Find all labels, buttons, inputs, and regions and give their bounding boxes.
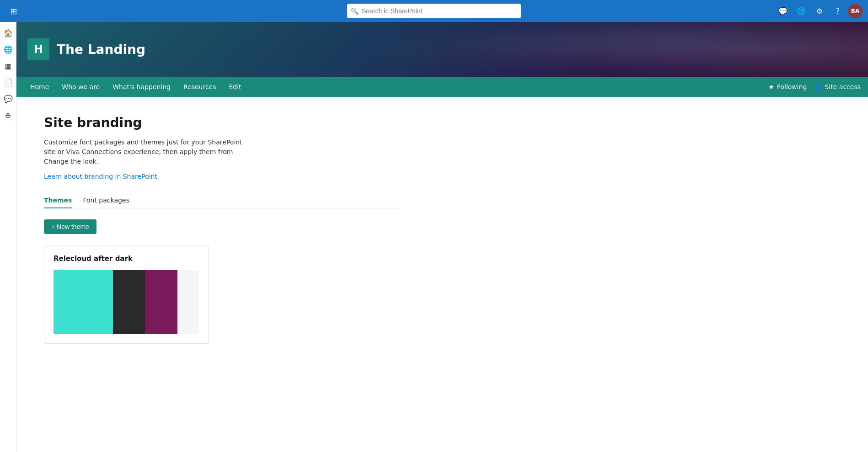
search-input[interactable] <box>347 4 521 18</box>
main-area: H The Landing Home Who we are What's hap… <box>16 22 868 362</box>
home-icon[interactable]: 🏠 <box>1 26 16 40</box>
nav-item-whats-happening[interactable]: What's happening <box>106 77 177 97</box>
swatch-purple <box>145 270 177 334</box>
nav-item-edit[interactable]: Edit <box>222 77 247 97</box>
nav-bar: Home Who we are What's happening Resourc… <box>16 77 868 97</box>
person-icon: 👤 <box>814 83 822 90</box>
top-bar-right: 💬 🌐 ⚙ ? BA <box>775 3 863 19</box>
nav-left: Home Who we are What's happening Resourc… <box>24 77 248 97</box>
chat-bubble-icon[interactable]: 💬 <box>1 91 16 106</box>
search-box: 🔍 <box>347 4 521 18</box>
add-circle-icon[interactable]: ⊕ <box>1 108 16 122</box>
nav-item-resources[interactable]: Resources <box>177 77 223 97</box>
site-access-label: Site access <box>825 83 861 90</box>
left-sidebar: 🏠 🌐 ▦ 📄 💬 ⊕ <box>0 22 16 362</box>
nav-right: ★ Following 👤 Site access <box>768 83 861 90</box>
nav-item-home[interactable]: Home <box>24 77 55 97</box>
tab-font-packages[interactable]: Font packages <box>83 193 129 208</box>
tabs: Themes Font packages <box>44 193 401 208</box>
page-description: Customize font packages and themes just … <box>44 138 245 166</box>
site-title: The Landing <box>57 42 145 57</box>
star-icon: ★ <box>768 83 774 90</box>
following-label: Following <box>777 83 807 90</box>
nav-item-who-we-are[interactable]: Who we are <box>55 77 106 97</box>
following-button[interactable]: ★ Following <box>768 83 807 90</box>
globe-icon[interactable]: 🌐 <box>1 42 16 57</box>
swatch-cyan <box>54 270 113 334</box>
top-bar-left: ⊞ <box>5 3 22 19</box>
tab-themes[interactable]: Themes <box>44 193 72 208</box>
page-title: Site branding <box>44 115 401 130</box>
waffle-icon[interactable]: ⊞ <box>5 3 22 19</box>
top-bar: ⊞ 🔍 💬 🌐 ⚙ ? BA <box>0 0 868 22</box>
document-icon[interactable]: 📄 <box>1 75 16 90</box>
theme-card-title: Relecloud after dark <box>54 255 199 263</box>
new-theme-button[interactable]: + New theme <box>44 219 96 234</box>
learn-link[interactable]: Learn about branding in SharePoint <box>44 173 157 180</box>
site-access-button[interactable]: 👤 Site access <box>814 83 861 90</box>
network-icon[interactable]: 🌐 <box>793 3 809 19</box>
theme-swatches <box>54 270 199 334</box>
search-icon: 🔍 <box>351 7 359 15</box>
swatch-dark <box>113 270 145 334</box>
theme-card: Relecloud after dark <box>44 245 209 344</box>
site-header: H The Landing <box>16 22 868 77</box>
media-icon[interactable]: ▦ <box>1 58 16 73</box>
chat-icon[interactable]: 💬 <box>775 3 791 19</box>
help-icon[interactable]: ? <box>830 3 846 19</box>
page-content: Site branding Customize font packages an… <box>16 97 428 362</box>
site-logo: H <box>27 38 49 60</box>
avatar[interactable]: BA <box>848 4 863 18</box>
swatch-white <box>177 270 199 334</box>
settings-icon[interactable]: ⚙ <box>811 3 828 19</box>
